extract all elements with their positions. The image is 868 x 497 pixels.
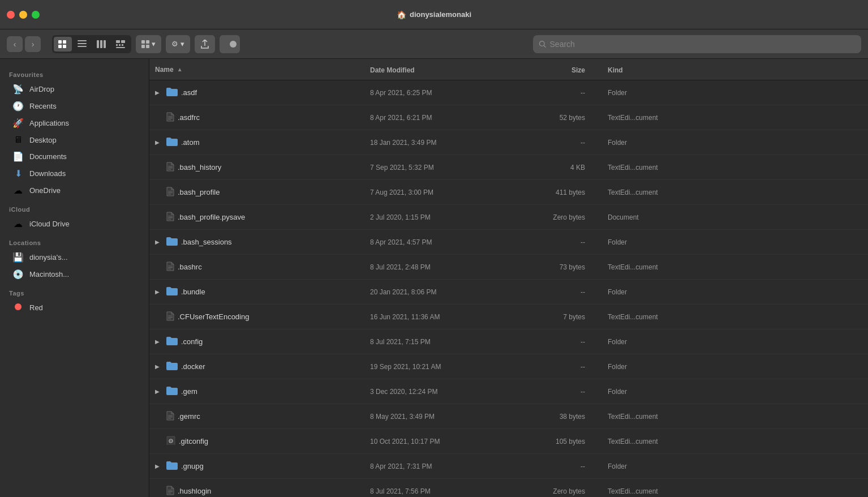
table-row[interactable]: .gitconfig 10 Oct 2021, 10:17 PM 105 byt… bbox=[149, 429, 868, 454]
arrange-button[interactable]: ▾ bbox=[136, 35, 161, 53]
col-header-size[interactable]: Size bbox=[506, 65, 585, 75]
file-date: 8 Apr 2021, 6:21 PM bbox=[370, 114, 506, 122]
file-size: 38 bytes bbox=[506, 413, 585, 421]
doc-icon bbox=[166, 112, 174, 123]
search-bar[interactable] bbox=[533, 35, 861, 53]
doc-icon bbox=[166, 162, 174, 173]
share-button[interactable] bbox=[195, 35, 215, 53]
col-header-name[interactable]: Name ▲ bbox=[155, 66, 370, 74]
documents-icon: 📄 bbox=[12, 151, 24, 162]
col-header-date[interactable]: Date Modified bbox=[370, 65, 506, 75]
doc-icon bbox=[166, 212, 174, 223]
sidebar-item-documents[interactable]: 📄 Documents bbox=[3, 148, 145, 165]
macintosh-hd-icon: 💿 bbox=[12, 269, 24, 280]
title-bar: 🏠 dionysialemonaki bbox=[0, 0, 868, 29]
table-row[interactable]: .gemrc 8 May 2021, 3:49 PM 38 bytes Text… bbox=[149, 404, 868, 429]
svg-rect-5 bbox=[78, 43, 87, 44]
toggle-button[interactable] bbox=[220, 35, 240, 53]
table-row[interactable]: .bashrc 8 Jul 2021, 2:48 PM 73 bytes Tex… bbox=[149, 255, 868, 280]
desktop-icon: 🖥 bbox=[12, 135, 24, 145]
tag-red-icon bbox=[12, 302, 24, 312]
sidebar-item-tag-red[interactable]: Red bbox=[3, 299, 145, 315]
table-row[interactable]: ▶ .bundle 20 Jan 2021, 8:06 PM -- Folder bbox=[149, 280, 868, 305]
file-size: 4 KB bbox=[506, 164, 585, 172]
file-area: Name ▲ Date Modified Size Kind ▶ .asdf bbox=[149, 59, 868, 497]
file-date: 8 Jul 2021, 7:15 PM bbox=[370, 338, 506, 346]
table-row[interactable]: ▶ .bash_sessions 8 Apr 2021, 4:57 PM -- … bbox=[149, 230, 868, 255]
maximize-button[interactable] bbox=[32, 11, 40, 19]
file-size: -- bbox=[506, 388, 585, 396]
file-date: 8 Apr 2021, 6:25 PM bbox=[370, 89, 506, 97]
expand-arrow-icon[interactable]: ▶ bbox=[155, 139, 163, 145]
search-input[interactable] bbox=[550, 40, 856, 49]
file-date: 8 May 2021, 3:49 PM bbox=[370, 413, 506, 421]
downloads-icon: ⬇ bbox=[12, 168, 24, 179]
sidebar-item-applications[interactable]: 🚀 Applications bbox=[3, 115, 145, 131]
file-kind: Folder bbox=[585, 238, 862, 246]
folder-icon bbox=[166, 237, 178, 247]
table-row[interactable]: ▶ .atom 18 Jan 2021, 3:49 PM -- Folder bbox=[149, 130, 868, 155]
view-icon-button[interactable] bbox=[54, 37, 72, 52]
file-size: -- bbox=[506, 288, 585, 296]
sidebar-item-onedrive[interactable]: ☁ OneDrive bbox=[3, 182, 145, 199]
table-row[interactable]: ▶ .config 8 Jul 2021, 7:15 PM -- Folder bbox=[149, 329, 868, 354]
sidebar-item-icloud-drive[interactable]: ☁ iCloud Drive bbox=[3, 216, 145, 232]
nav-buttons: ‹ › bbox=[7, 36, 41, 52]
file-size: -- bbox=[506, 238, 585, 246]
expand-arrow-icon[interactable]: ▶ bbox=[155, 363, 163, 370]
file-name: .gem bbox=[181, 387, 197, 396]
sidebar-item-airdrop[interactable]: 📡 AirDrop bbox=[3, 81, 145, 97]
forward-button[interactable]: › bbox=[25, 36, 41, 52]
view-gallery-button[interactable] bbox=[111, 37, 130, 52]
view-list-button[interactable] bbox=[73, 37, 91, 52]
expand-arrow-icon[interactable]: ▶ bbox=[155, 339, 163, 345]
table-row[interactable]: .asdfrc 8 Apr 2021, 6:21 PM 52 bytes Tex… bbox=[149, 105, 868, 130]
icloud-drive-icon: ☁ bbox=[12, 218, 24, 229]
sidebar-item-downloads[interactable]: ⬇ Downloads bbox=[3, 165, 145, 182]
expand-arrow-icon[interactable]: ▶ bbox=[155, 463, 163, 469]
folder-icon bbox=[166, 286, 178, 297]
gear-icon: ⚙ bbox=[171, 40, 178, 48]
svg-rect-13 bbox=[119, 44, 121, 46]
col-header-kind[interactable]: Kind bbox=[585, 65, 862, 75]
file-name: .bash_sessions bbox=[181, 238, 232, 246]
view-column-button[interactable] bbox=[92, 37, 110, 52]
traffic-lights[interactable] bbox=[7, 11, 40, 19]
sidebar-item-desktop[interactable]: 🖥 Desktop bbox=[3, 132, 145, 148]
file-size: -- bbox=[506, 139, 585, 147]
table-row[interactable]: ▶ .docker 19 Sep 2021, 10:21 AM -- Folde… bbox=[149, 354, 868, 379]
table-row[interactable]: ▶ .asdf 8 Apr 2021, 6:25 PM -- Folder bbox=[149, 80, 868, 105]
file-date: 8 Apr 2021, 4:57 PM bbox=[370, 238, 506, 246]
back-button[interactable]: ‹ bbox=[7, 36, 23, 52]
sidebar-item-recents[interactable]: 🕐 Recents bbox=[3, 98, 145, 114]
table-row[interactable]: .CFUserTextEncoding 16 Jun 2021, 11:36 A… bbox=[149, 305, 868, 329]
table-row[interactable]: ▶ .gem 3 Dec 2020, 12:24 PM -- Folder bbox=[149, 379, 868, 404]
table-row[interactable]: .hushlogin 8 Jul 2021, 7:56 PM Zero byte… bbox=[149, 479, 868, 497]
table-row[interactable]: .bash_profile 7 Aug 2021, 3:00 PM 411 by… bbox=[149, 180, 868, 205]
expand-arrow-icon[interactable]: ▶ bbox=[155, 289, 163, 295]
svg-point-22 bbox=[539, 41, 544, 46]
doc-icon bbox=[166, 311, 174, 323]
svg-rect-0 bbox=[58, 40, 62, 44]
file-size: 73 bytes bbox=[506, 263, 585, 271]
svg-rect-1 bbox=[63, 40, 66, 44]
svg-rect-9 bbox=[104, 40, 106, 48]
svg-rect-16 bbox=[141, 40, 145, 44]
sidebar-section-favourites: Favourites bbox=[0, 65, 149, 80]
table-row[interactable]: .bash_history 7 Sep 2021, 5:32 PM 4 KB T… bbox=[149, 155, 868, 180]
expand-arrow-icon[interactable]: ▶ bbox=[155, 89, 163, 96]
folder-icon bbox=[166, 336, 178, 347]
svg-rect-18 bbox=[141, 45, 145, 48]
table-row[interactable]: ▶ .gnupg 8 Apr 2021, 7:31 PM -- Folder bbox=[149, 454, 868, 479]
gear-button[interactable]: ⚙ ▾ bbox=[166, 35, 190, 53]
expand-arrow-icon[interactable]: ▶ bbox=[155, 388, 163, 395]
table-row[interactable]: .bash_profile.pysave 2 Jul 2020, 1:15 PM… bbox=[149, 205, 868, 230]
sidebar-section-locations: Locations bbox=[0, 233, 149, 249]
close-button[interactable] bbox=[7, 11, 15, 19]
file-kind: TextEdi...cument bbox=[585, 188, 862, 196]
sidebar-item-macintosh-hd[interactable]: 💿 Macintosh... bbox=[3, 266, 145, 282]
svg-rect-10 bbox=[116, 40, 120, 43]
sidebar-item-dionysia-hd[interactable]: 💾 dionysia's... bbox=[3, 249, 145, 265]
minimize-button[interactable] bbox=[19, 11, 27, 19]
expand-arrow-icon[interactable]: ▶ bbox=[155, 239, 163, 245]
